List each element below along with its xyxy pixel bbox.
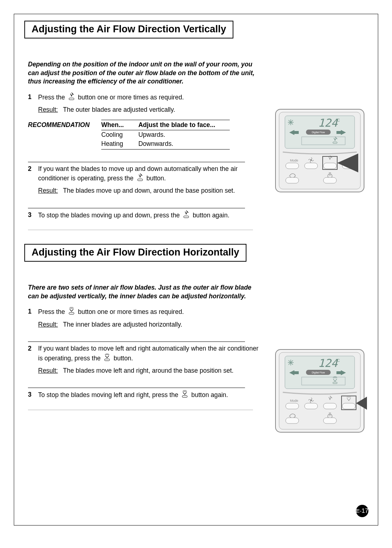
remote-illustration-2: 124 °C Digital Flow Mode bbox=[273, 347, 367, 436]
recommendation-block: RECOMMENDATION When... Adjust the blade … bbox=[28, 120, 260, 150]
snowflake-icon bbox=[288, 119, 294, 125]
horizontal-swing-button-icon bbox=[103, 353, 111, 364]
svg-rect-54 bbox=[105, 359, 110, 361]
divider bbox=[28, 162, 245, 162]
svg-rect-24 bbox=[323, 177, 336, 183]
lcd-temperature: 124 bbox=[318, 357, 338, 369]
svg-rect-52 bbox=[323, 418, 336, 424]
svg-rect-27 bbox=[184, 216, 189, 218]
divider bbox=[28, 342, 245, 342]
section1-step1: 1 Press the button one or more times as … bbox=[28, 93, 260, 115]
horizontal-swing-button-icon bbox=[181, 390, 189, 401]
rec-header-adjust: Adjust the blade to face... bbox=[138, 120, 230, 130]
divider bbox=[28, 388, 245, 388]
rec-header-when: When... bbox=[101, 120, 138, 130]
divider bbox=[28, 208, 245, 208]
section2-step1: 1 Press the button one or more times as … bbox=[28, 307, 260, 329]
svg-text:Mode: Mode bbox=[290, 159, 298, 162]
svg-rect-16 bbox=[323, 163, 336, 169]
section1-title: Adjusting the Air Flow Direction Vertica… bbox=[24, 21, 233, 38]
section1-intro: Depending on the position of the indoor … bbox=[28, 60, 260, 86]
section1-step3: 3 To stop the blades moving up and down,… bbox=[28, 210, 260, 221]
result-label: Result: bbox=[38, 105, 61, 114]
section2-title: Adjusting the Air Flow Direction Horizon… bbox=[24, 244, 246, 262]
section2-step3: 3 To stop the blades moving left and rig… bbox=[28, 390, 260, 401]
svg-text:Digital Flow: Digital Flow bbox=[312, 371, 325, 374]
horizontal-swing-button-icon bbox=[68, 307, 75, 318]
recommendation-table: When... Adjust the blade to face... Cool… bbox=[101, 120, 230, 150]
section1-content: Depending on the position of the indoor … bbox=[28, 60, 260, 230]
separator bbox=[28, 410, 253, 410]
vertical-swing-button-icon bbox=[182, 210, 190, 221]
svg-rect-15 bbox=[305, 163, 318, 169]
page-number: E-17 bbox=[356, 505, 368, 517]
svg-rect-20 bbox=[286, 177, 299, 183]
table-row: Heating Downwards. bbox=[101, 139, 230, 150]
section1-step2: 2 If you want the blades to move up and … bbox=[28, 164, 260, 196]
svg-rect-25 bbox=[69, 98, 74, 100]
manual-page: Adjusting the Air Flow Direction Vertica… bbox=[14, 14, 378, 525]
vertical-swing-button-icon bbox=[68, 93, 75, 103]
svg-rect-43 bbox=[305, 403, 318, 409]
vertical-swing-button-icon bbox=[136, 173, 144, 184]
table-row: Cooling Upwards. bbox=[101, 130, 230, 139]
svg-rect-26 bbox=[138, 179, 143, 181]
lcd-temperature: 124 bbox=[318, 116, 338, 129]
svg-text:Digital Flow: Digital Flow bbox=[312, 131, 325, 134]
svg-rect-55 bbox=[182, 396, 187, 397]
svg-text:°C: °C bbox=[336, 359, 340, 363]
svg-rect-53 bbox=[69, 312, 74, 314]
svg-rect-44 bbox=[323, 403, 336, 409]
section2-step2: 2 If you want blades to move left and ri… bbox=[28, 344, 260, 375]
remote-illustration-1: 124 °C Digital Flow Mode bbox=[273, 107, 367, 196]
svg-rect-13 bbox=[286, 163, 299, 169]
section2-intro: There are two sets of inner air flow bla… bbox=[28, 283, 260, 300]
svg-text:Mode: Mode bbox=[290, 399, 298, 402]
separator bbox=[28, 230, 253, 230]
svg-text:°C: °C bbox=[336, 118, 340, 122]
svg-rect-41 bbox=[286, 403, 299, 409]
svg-rect-48 bbox=[286, 418, 299, 424]
section2-content: There are two sets of inner air flow bla… bbox=[28, 283, 260, 410]
svg-rect-45 bbox=[342, 403, 355, 409]
snowflake-icon bbox=[288, 360, 294, 365]
